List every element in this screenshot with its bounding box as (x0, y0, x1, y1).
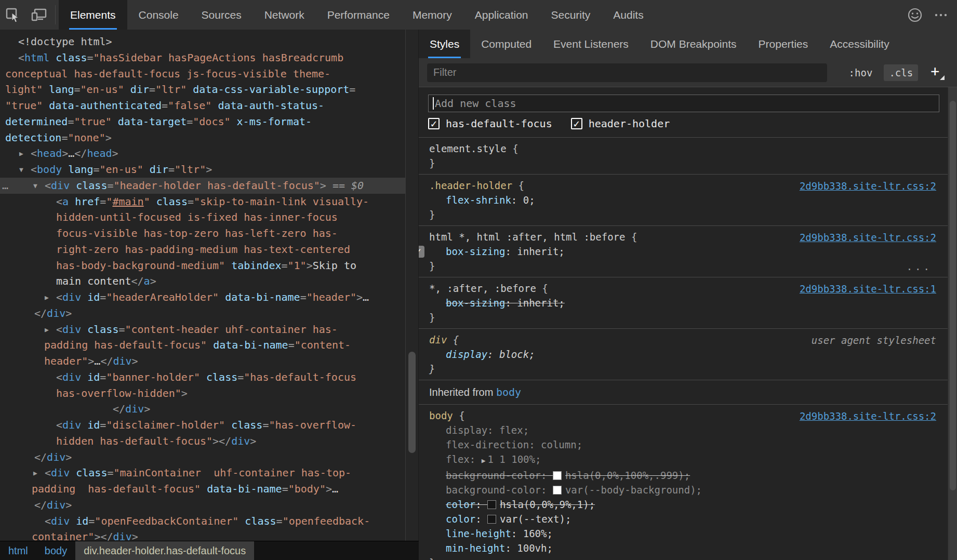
dom-tree-row[interactable]: <html class="hasSidebar hasPageActions h… (0, 50, 405, 66)
dom-tree-row[interactable]: determined="true" data-target="docs" x-m… (0, 114, 405, 130)
css-property-row[interactable]: flex: ▶1 1 100%; (429, 452, 937, 468)
dom-tree-row[interactable]: <div id="banner-holder" class="has-defau… (0, 369, 405, 385)
expand-arrow-icon[interactable]: ▶ (19, 146, 23, 162)
dom-tree-row[interactable]: <!doctype html> (0, 34, 405, 50)
elements-scrollbar-thumb[interactable] (408, 352, 416, 453)
checkbox-icon[interactable]: ✓ (428, 118, 440, 129)
tab-sources[interactable]: Sources (190, 0, 253, 30)
new-style-rule-button[interactable]: + (925, 63, 945, 82)
dom-tree-row[interactable]: hidden has-default-focus"></div> (0, 433, 405, 449)
dom-tree-row[interactable]: ▼<body lang="en-us" dir="ltr"> (0, 162, 405, 178)
tab-memory[interactable]: Memory (401, 0, 463, 30)
css-property-row[interactable]: flex-direction: column; (429, 437, 937, 452)
collapse-arrow-icon[interactable]: ▼ (19, 162, 23, 178)
dom-tree-row[interactable]: padding has-default-focus" data-bi-name=… (0, 337, 405, 353)
dom-tree-row[interactable]: header">…</div> (0, 353, 405, 369)
toggle-element-classes-button[interactable]: .cls (884, 64, 918, 81)
css-rule[interactable]: 2d9bb338.site-ltr.css:2html *, html :aft… (419, 226, 948, 277)
tab-audits[interactable]: Audits (602, 0, 655, 30)
dom-tree-row[interactable]: <div id="openFeedbackContainer" class="o… (0, 513, 405, 529)
sidebar-tab-event-listeners[interactable]: Event Listeners (542, 30, 640, 58)
add-new-class-input[interactable]: Add new class (428, 95, 939, 112)
sidebar-tab-dom-breakpoints[interactable]: DOM Breakpoints (640, 30, 748, 58)
dom-tree-row-selected[interactable]: …▼<div class="header-holder has-default-… (0, 178, 405, 194)
dom-tree-row[interactable]: "true" data-authenticated="false" data-a… (0, 98, 405, 114)
row-more-dots-icon[interactable]: … (2, 178, 8, 194)
device-toolbar-icon[interactable] (26, 0, 52, 30)
dom-tree-row[interactable]: ▶<div class="content-header uhf-containe… (0, 322, 405, 338)
css-property-row[interactable]: background-color: var(--body-background)… (429, 483, 937, 497)
tab-network[interactable]: Network (253, 0, 316, 30)
breadcrumb-item[interactable]: body (36, 541, 75, 560)
styles-scrollbar[interactable] (948, 87, 957, 560)
tab-security[interactable]: Security (539, 0, 602, 30)
toggle-pseudo-state-button[interactable]: :hov (845, 64, 877, 81)
color-swatch[interactable] (553, 471, 562, 480)
styles-scrollbar-thumb[interactable] (950, 101, 956, 490)
dom-tree-row[interactable]: padding has-default-focus" data-bi-name=… (0, 481, 405, 497)
css-property-row[interactable]: ✓box-sizing: inherit; (429, 244, 937, 259)
tab-application[interactable]: Application (463, 0, 540, 30)
breadcrumb-item[interactable]: html (0, 541, 36, 560)
dom-tree-row[interactable]: container"></div> (0, 529, 405, 541)
css-property-row[interactable]: min-height: 100vh; (429, 541, 937, 555)
dom-tree-row[interactable]: </div> (0, 497, 405, 513)
stylesheet-link[interactable]: 2d9bb338.site-ltr.css:2 (800, 179, 936, 193)
css-property-row[interactable]: color: hsla(0,0%,9%,1); (429, 497, 937, 512)
css-property-row[interactable]: flex-shrink: 0; (429, 193, 937, 207)
stylesheet-link[interactable]: 2d9bb338.site-ltr.css:1 (800, 282, 936, 296)
stylesheet-link[interactable]: 2d9bb338.site-ltr.css:2 (800, 230, 936, 245)
dom-tree-row[interactable]: ▶<head>…</head> (0, 145, 405, 162)
inspect-element-icon[interactable] (0, 0, 26, 30)
class-toggle-has-default-focus[interactable]: ✓has-default-focus (428, 117, 552, 130)
expand-arrow-icon[interactable]: ▶ (45, 322, 49, 338)
sidebar-tab-accessibility[interactable]: Accessibility (819, 30, 900, 58)
styles-filter-input[interactable]: Filter (427, 63, 827, 82)
css-rule[interactable]: 2d9bb338.site-ltr.css:1*, :after, :befor… (419, 277, 948, 328)
css-rule[interactable]: user agent stylesheetdiv {display: block… (419, 329, 948, 380)
dom-tree-row[interactable]: main content</a> (0, 273, 405, 289)
dom-tree-row[interactable]: focus-visible has-top-zero has-left-zero… (0, 225, 405, 242)
color-swatch[interactable] (553, 486, 562, 495)
css-rule[interactable]: 2d9bb338.site-ltr.css:2.header-holder {f… (419, 175, 948, 225)
breadcrumb-item[interactable]: div.header-holder.has-default-focus (75, 541, 254, 560)
more-menu-icon[interactable] (928, 0, 954, 30)
dom-tree-row[interactable]: conceptual has-default-focus js-focus-vi… (0, 66, 405, 82)
dom-tree-row[interactable]: ▶<div class="mainContainer uhf-container… (0, 465, 405, 481)
stylesheet-link[interactable]: 2d9bb338.site-ltr.css:2 (800, 409, 936, 423)
sidebar-tab-computed[interactable]: Computed (470, 30, 542, 58)
dom-tree-row[interactable]: has-overflow-hidden"> (0, 385, 405, 402)
dom-tree-row[interactable]: <div id="disclaimer-holder" class="has-o… (0, 417, 405, 433)
css-property-row[interactable]: display: block; (429, 347, 937, 362)
color-swatch[interactable] (487, 515, 496, 524)
expand-arrow-icon[interactable]: ▶ (45, 290, 49, 306)
dom-tree-row[interactable]: <a href="#main" class="skip-to-main-link… (0, 194, 405, 210)
dom-tree-row[interactable]: </div> (0, 305, 405, 322)
checkbox-icon[interactable]: ✓ (571, 118, 582, 129)
css-property-row[interactable]: line-height: 160%; (429, 526, 937, 541)
elements-scrollbar[interactable] (405, 30, 419, 541)
color-swatch[interactable] (487, 500, 496, 509)
css-rule[interactable]: 2d9bb338.site-ltr.css:2body {display: fl… (419, 405, 948, 560)
dom-tree-row[interactable]: right-zero has-padding-medium has-text-c… (0, 242, 405, 258)
dom-tree-row[interactable]: has-body-background-medium" tabindex="1"… (0, 258, 405, 274)
sidebar-tab-properties[interactable]: Properties (748, 30, 819, 58)
css-property-row[interactable]: display: flex; (429, 423, 937, 437)
rule-more-actions-icon[interactable]: ... (907, 259, 932, 274)
css-property-row[interactable]: box-sizing: inherit; (429, 296, 937, 310)
tab-elements[interactable]: Elements (59, 0, 127, 30)
smiley-feedback-icon[interactable] (902, 0, 928, 30)
css-property-row[interactable]: color: var(--text); (429, 512, 937, 526)
dom-tree-row[interactable]: </div> (0, 401, 405, 417)
dom-tree-row[interactable]: light" lang="en-us" dir="ltr" data-css-v… (0, 82, 405, 98)
dom-tree-row[interactable]: ▶<div id="headerAreaHolder" data-bi-name… (0, 289, 405, 305)
css-property-row[interactable]: background-color: hsla(0,0%,100%,.999); (429, 468, 937, 483)
collapse-arrow-icon[interactable]: ▼ (33, 178, 37, 194)
property-enabled-checkbox[interactable]: ✓ (419, 246, 424, 258)
sidebar-tab-styles[interactable]: Styles (419, 30, 470, 58)
inherited-node-link[interactable]: body (496, 386, 521, 398)
css-rule[interactable]: element.style {} (419, 138, 948, 174)
class-toggle-header-holder[interactable]: ✓header-holder (571, 117, 670, 130)
tab-performance[interactable]: Performance (316, 0, 401, 30)
tab-console[interactable]: Console (127, 0, 190, 30)
